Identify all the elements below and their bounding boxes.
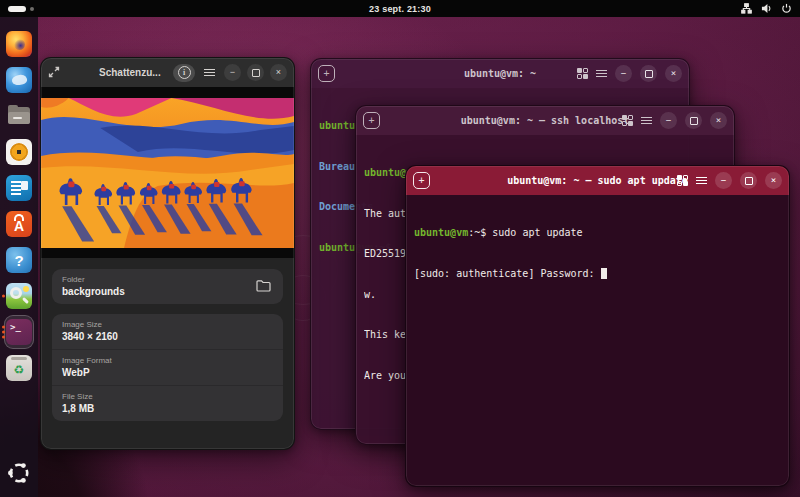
dock-item-trash[interactable]: ♻ bbox=[2, 350, 36, 386]
workspace-dot bbox=[30, 7, 34, 11]
text-cursor bbox=[601, 268, 607, 279]
workspace-indicator[interactable] bbox=[8, 6, 34, 12]
terminal-icon: >_ bbox=[6, 319, 32, 345]
image-viewer-icon bbox=[6, 283, 32, 309]
command-text: sudo apt update bbox=[492, 227, 582, 238]
window-title: Schattenzu... bbox=[99, 67, 161, 78]
directory-name: Bureau bbox=[319, 161, 355, 172]
terminal-titlebar[interactable]: + ubuntu@vm: ~ — ssh localhost − × bbox=[356, 106, 734, 135]
running-indicator bbox=[2, 326, 5, 339]
new-tab-button[interactable]: + bbox=[363, 112, 380, 129]
window-title: ubuntu@vm: ~ bbox=[464, 68, 536, 79]
close-button[interactable]: × bbox=[665, 65, 682, 82]
image-viewer-window: Schattenzu... i − × bbox=[40, 57, 295, 450]
rhythmbox-icon bbox=[6, 139, 32, 165]
maximize-button[interactable] bbox=[640, 65, 657, 82]
dock-item-firefox[interactable] bbox=[2, 26, 36, 62]
dock-item-files[interactable] bbox=[2, 98, 36, 134]
folder-card[interactable]: Folder backgrounds bbox=[52, 269, 283, 304]
minimize-button[interactable]: − bbox=[615, 65, 632, 82]
top-bar: 23 sept. 21:30 bbox=[0, 0, 800, 17]
dock-item-help[interactable]: ? bbox=[2, 242, 36, 278]
new-tab-button[interactable]: + bbox=[413, 172, 430, 189]
hamburger-icon[interactable] bbox=[641, 117, 652, 124]
firefox-icon bbox=[6, 31, 32, 57]
details-card: Image Size 3840 × 2160 Image Format WebP… bbox=[52, 314, 283, 421]
property-label: File Size bbox=[62, 392, 273, 401]
info-icon: i bbox=[178, 66, 191, 79]
ubuntu-logo-icon bbox=[7, 461, 31, 489]
image-viewer-titlebar[interactable]: Schattenzu... i − × bbox=[41, 58, 294, 87]
power-icon bbox=[781, 3, 792, 14]
maximize-button[interactable] bbox=[247, 64, 264, 81]
show-apps-button[interactable] bbox=[2, 457, 36, 493]
property-value: 3840 × 2160 bbox=[62, 331, 273, 342]
clock-menu[interactable]: 23 sept. 21:30 bbox=[369, 4, 431, 14]
dock-item-image-viewer[interactable] bbox=[2, 278, 36, 314]
files-icon bbox=[6, 103, 32, 129]
property-value: WebP bbox=[62, 367, 273, 378]
workspace-pill-active bbox=[8, 6, 26, 12]
prompt-user-host: ubuntu@vm bbox=[414, 227, 468, 238]
fullscreen-icon[interactable] bbox=[48, 64, 60, 82]
trash-icon: ♻ bbox=[6, 355, 32, 381]
close-button[interactable]: × bbox=[765, 172, 782, 189]
password-prompt-text: [sudo: authenticate] Password: bbox=[414, 268, 601, 279]
close-button[interactable]: × bbox=[270, 64, 287, 81]
dock-item-thunderbird[interactable] bbox=[2, 62, 36, 98]
image-canvas[interactable] bbox=[41, 87, 294, 258]
terminal-titlebar[interactable]: + ubuntu@vm: ~ − × bbox=[311, 59, 689, 88]
network-icon bbox=[741, 3, 752, 14]
folder-label: Folder bbox=[62, 275, 246, 284]
terminal-content[interactable]: ubuntu@vm:~$ sudo apt update [sudo: auth… bbox=[406, 195, 789, 311]
minimize-button[interactable]: − bbox=[224, 64, 241, 81]
property-row: Image Format WebP bbox=[52, 349, 283, 385]
hamburger-icon[interactable] bbox=[696, 177, 707, 184]
maximize-button[interactable] bbox=[685, 112, 702, 129]
property-value: 1,8 MB bbox=[62, 403, 273, 414]
hamburger-icon bbox=[204, 69, 215, 76]
running-indicator bbox=[2, 295, 5, 298]
property-label: Image Size bbox=[62, 320, 273, 329]
camel-caravan-artwork bbox=[41, 98, 294, 248]
help-icon: ? bbox=[6, 247, 32, 273]
info-toggle-button[interactable]: i bbox=[173, 64, 195, 82]
window-title: ubuntu@vm: ~ — sudo apt update bbox=[507, 175, 688, 186]
dock-item-libreoffice-writer[interactable] bbox=[2, 170, 36, 206]
maximize-button[interactable] bbox=[740, 172, 757, 189]
terminal-window-sudo-apt-update: + ubuntu@vm: ~ — sudo apt update − × ubu… bbox=[405, 165, 790, 487]
image-properties-panel: Folder backgrounds Image Size 3840 × 216… bbox=[41, 258, 294, 421]
open-folder-icon[interactable] bbox=[256, 278, 271, 296]
minimize-button[interactable]: − bbox=[715, 172, 732, 189]
folder-value: backgrounds bbox=[62, 286, 246, 297]
window-title: ubuntu@vm: ~ — ssh localhost bbox=[461, 115, 630, 126]
system-tray[interactable] bbox=[741, 3, 792, 14]
dock-item-terminal[interactable]: >_ bbox=[2, 314, 36, 350]
volume-icon bbox=[761, 3, 772, 14]
maximize-icon bbox=[252, 69, 260, 77]
hamburger-icon[interactable] bbox=[596, 70, 607, 77]
libreoffice-writer-icon bbox=[6, 175, 32, 201]
terminal-titlebar-active[interactable]: + ubuntu@vm: ~ — sudo apt update − × bbox=[406, 166, 789, 195]
menu-button[interactable] bbox=[201, 64, 218, 81]
output-text: w. bbox=[364, 289, 376, 300]
tab-overview-icon[interactable] bbox=[577, 68, 588, 79]
dock: A ? >_ ♻ bbox=[0, 17, 38, 497]
minimize-button[interactable]: − bbox=[660, 112, 677, 129]
close-button[interactable]: × bbox=[710, 112, 727, 129]
property-row: Image Size 3840 × 2160 bbox=[52, 314, 283, 349]
dock-item-app-center[interactable]: A bbox=[2, 206, 36, 242]
property-label: Image Format bbox=[62, 356, 273, 365]
app-center-icon: A bbox=[6, 211, 32, 237]
new-tab-button[interactable]: + bbox=[318, 65, 335, 82]
dock-item-rhythmbox[interactable] bbox=[2, 134, 36, 170]
thunderbird-icon bbox=[6, 67, 32, 93]
property-row: File Size 1,8 MB bbox=[52, 385, 283, 421]
